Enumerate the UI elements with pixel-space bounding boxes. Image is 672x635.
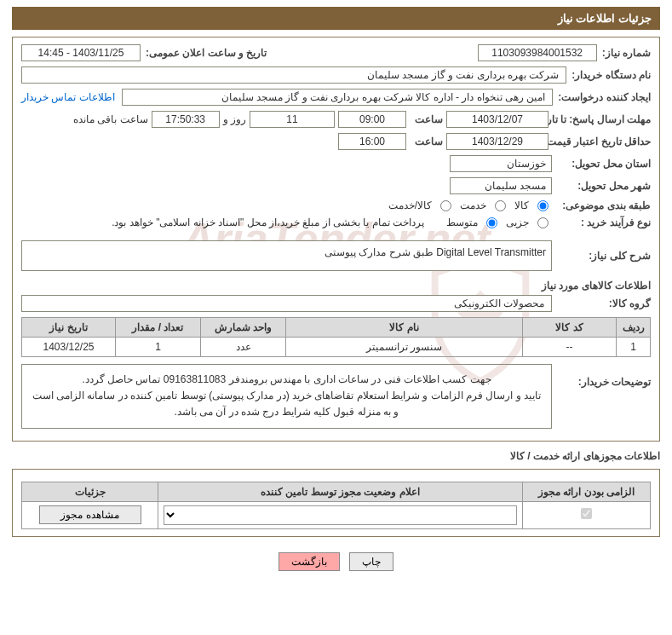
buyer-notes-line1: جهت کسب اطلاعات فنی در ساعات اداری با مه…	[29, 372, 544, 388]
goods-group-label: گروه کالا:	[557, 297, 651, 309]
time-label-1: ساعت	[415, 113, 443, 125]
time-label-2: ساعت	[415, 136, 443, 147]
license-table: الزامی بودن ارائه مجوز اعلام وضعیت مجوز …	[21, 482, 651, 529]
classification-both-label: کالا/خدمت	[388, 199, 432, 211]
price-validity-date-value: 1403/12/29	[446, 133, 549, 150]
goods-group-value: محصولات الکترونیکی	[21, 295, 552, 312]
th-name: نام کالا	[286, 318, 523, 338]
td-details: مشاهده مجوز	[22, 501, 158, 528]
th-date: تاریخ نیاز	[22, 318, 116, 338]
process-partial-radio[interactable]	[537, 217, 549, 228]
province-label: استان محل تحویل:	[557, 158, 651, 170]
process-note: پرداخت تمام یا بخشی از مبلغ خرید،از محل …	[112, 216, 424, 228]
city-label: شهر محل تحویل:	[557, 180, 651, 192]
view-license-button[interactable]: مشاهده مجوز	[39, 505, 141, 524]
th-mandatory: الزامی بودن ارائه مجوز	[523, 482, 651, 501]
need-details-section: AriaTender.net شماره نیاز: 1103093984001…	[12, 37, 660, 442]
table-row: 1 -- سنسور ترانسمیتر عدد 1 1403/12/25	[22, 338, 651, 357]
countdown-value: 17:50:33	[152, 111, 220, 128]
description-label: شرح کلی نیاز:	[557, 250, 651, 262]
page-title-bar: جزئیات اطلاعات نیاز	[12, 7, 660, 30]
classification-label: طبقه بندی موضوعی:	[557, 199, 651, 211]
classification-goods-radio[interactable]	[537, 200, 549, 211]
mandatory-checkbox	[581, 508, 592, 519]
td-date: 1403/12/25	[22, 338, 116, 357]
days-remaining-value: 11	[250, 111, 335, 128]
th-code: کد کالا	[523, 318, 617, 338]
td-mandatory	[523, 501, 651, 528]
description-value: Digital Level Transmitter طبق شرح مدارک …	[21, 240, 552, 271]
buyer-notes-label: توضیحات خریدار:	[557, 364, 651, 388]
th-status: اعلام وضعیت مجوز توسط تامین کننده	[158, 482, 523, 501]
process-medium-radio[interactable]	[486, 217, 497, 228]
td-code: --	[523, 338, 617, 357]
requester-value: امین رهی تنخواه دار - اداره کالا شرکت به…	[122, 89, 554, 106]
license-row: مشاهده مجوز	[22, 501, 651, 528]
price-validity-time-value: 16:00	[338, 133, 406, 150]
process-partial-label: جزیی	[506, 216, 529, 228]
response-deadline-label: مهلت ارسال پاسخ: تا تاریخ:	[557, 113, 651, 125]
announce-value: 1403/11/25 - 14:45	[21, 44, 141, 61]
td-status	[158, 501, 523, 528]
buyer-org-value: شرکت بهره برداری نفت و گاز مسجد سلیمان	[21, 66, 566, 84]
classification-service-radio[interactable]	[495, 200, 506, 211]
classification-goods-label: کالا	[514, 199, 529, 211]
license-section-title: اطلاعات مجوزهای ارائه خدمت / کالا	[12, 450, 660, 462]
response-time-value: 09:00	[338, 111, 406, 128]
classification-both-radio[interactable]	[440, 200, 451, 211]
goods-table: ردیف کد کالا نام کالا واحد شمارش تعداد /…	[21, 317, 651, 357]
goods-info-title: اطلاعات کالاهای مورد نیاز	[21, 280, 651, 292]
back-button[interactable]: بازگشت	[279, 552, 340, 571]
td-name: سنسور ترانسمیتر	[286, 338, 523, 357]
city-value: مسجد سلیمان	[450, 177, 552, 194]
td-unit: عدد	[201, 338, 286, 357]
td-qty: 1	[116, 338, 201, 357]
requester-label: ایجاد کننده درخواست:	[558, 91, 651, 103]
process-type-label: نوع فرآیند خرید :	[557, 216, 651, 228]
th-row: ردیف	[617, 318, 651, 338]
th-qty: تعداد / مقدار	[116, 318, 201, 338]
buyer-org-label: نام دستگاه خریدار:	[571, 69, 651, 81]
table-header-row: ردیف کد کالا نام کالا واحد شمارش تعداد /…	[22, 318, 651, 338]
days-after-label: روز و	[223, 113, 246, 125]
license-header-row: الزامی بودن ارائه مجوز اعلام وضعیت مجوز …	[22, 482, 651, 501]
print-button[interactable]: چاپ	[349, 552, 393, 571]
price-validity-label: حداقل تاریخ اعتبار قیمت: تا تاریخ:	[557, 136, 651, 147]
classification-service-label: خدمت	[460, 199, 486, 211]
process-medium-label: متوسط	[446, 216, 478, 228]
license-section: الزامی بودن ارائه مجوز اعلام وضعیت مجوز …	[12, 469, 660, 537]
th-details: جزئیات	[22, 482, 158, 501]
footer-buttons: چاپ بازگشت	[12, 546, 660, 578]
remaining-label: ساعت باقی مانده	[73, 113, 148, 125]
status-select[interactable]	[164, 505, 517, 525]
need-number-value: 1103093984001532	[478, 44, 597, 61]
need-number-label: شماره نیاز:	[602, 47, 651, 59]
province-value: خوزستان	[450, 155, 552, 172]
td-row: 1	[617, 338, 651, 357]
response-date-value: 1403/12/07	[446, 111, 549, 128]
page-title: جزئیات اطلاعات نیاز	[558, 12, 652, 25]
th-unit: واحد شمارش	[201, 318, 286, 338]
announce-label: تاریخ و ساعت اعلان عمومی:	[146, 47, 267, 59]
buyer-notes-line2: تایید و ارسال فرم الزامات و شرایط استعلا…	[29, 388, 544, 420]
buyer-notes-box: جهت کسب اطلاعات فنی در ساعات اداری با مه…	[21, 364, 552, 429]
buyer-contact-link[interactable]: اطلاعات تماس خریدار	[21, 91, 115, 103]
